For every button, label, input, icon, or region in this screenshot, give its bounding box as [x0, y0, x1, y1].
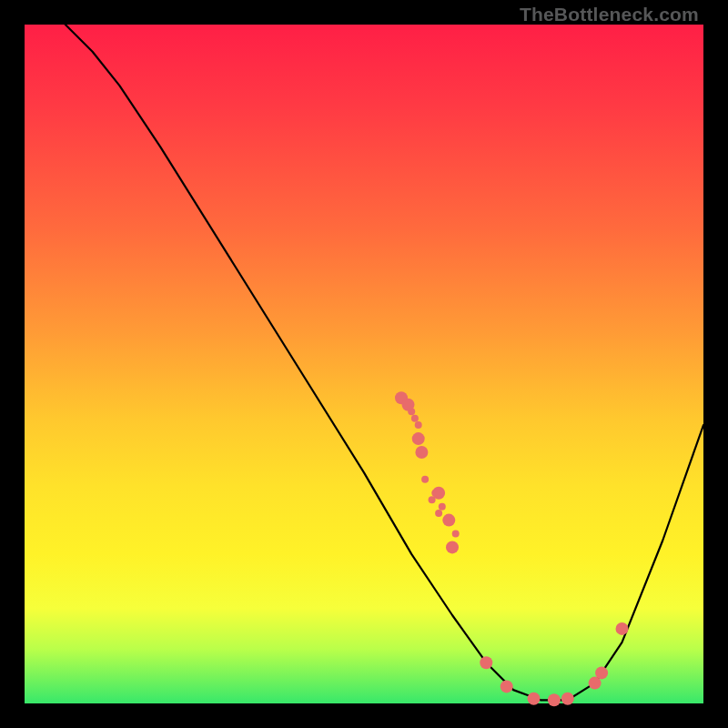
marker-dot	[548, 693, 561, 706]
marker-dot	[500, 680, 513, 693]
marker-dot	[442, 514, 455, 527]
bottleneck-curve	[66, 25, 703, 700]
marker-dot	[561, 693, 574, 705]
marker-dot	[435, 510, 442, 517]
marker-dot	[480, 656, 492, 669]
marker-dot	[415, 421, 422, 429]
marker-dot	[415, 446, 428, 459]
marker-dots-small	[408, 408, 460, 551]
marker-dot	[421, 476, 429, 483]
watermark-text: TheBottleneck.com	[520, 4, 699, 25]
marker-dot	[439, 503, 446, 511]
marker-dot	[595, 666, 608, 679]
marker-dot	[528, 693, 541, 705]
marker-dot	[411, 415, 419, 422]
marker-dot	[432, 487, 445, 500]
marker-dot	[412, 432, 425, 445]
marker-dot	[452, 531, 460, 538]
marker-dot	[616, 622, 629, 635]
marker-dots-large	[395, 391, 629, 706]
marker-dot	[402, 399, 415, 411]
chart-overlay	[25, 25, 703, 703]
chart-stage: TheBottleneck.com	[0, 0, 728, 728]
marker-dot	[446, 541, 459, 553]
